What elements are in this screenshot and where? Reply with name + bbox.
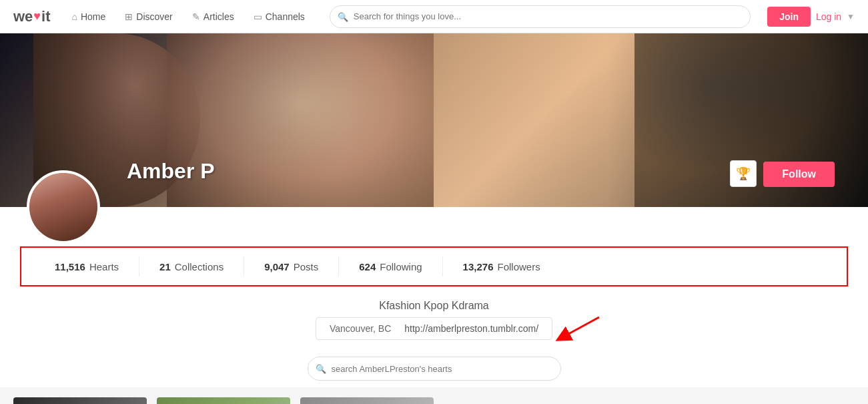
collections-label: Collections xyxy=(175,261,224,272)
nav-articles-label: Articles xyxy=(203,11,234,22)
stat-hearts[interactable]: 11,516 Hearts xyxy=(48,261,139,272)
collections-count: 21 xyxy=(159,261,171,272)
logo-text-it: it xyxy=(41,8,50,25)
nav-actions: Join Log in ▼ xyxy=(767,7,855,27)
avatar-image xyxy=(29,173,97,241)
profile-search-icon: 🔍 xyxy=(316,364,326,374)
profile-search-area: 🔍 xyxy=(0,347,868,387)
login-button[interactable]: Log in xyxy=(816,11,841,22)
profile-details: Vancouver, BC http://amberlpreston.tumbl… xyxy=(316,317,552,340)
dropdown-caret-icon[interactable]: ▼ xyxy=(847,12,855,21)
following-label: Following xyxy=(380,261,422,272)
logo[interactable]: we ♥ it xyxy=(13,8,51,25)
profile-bio: Kfashion Kpop Kdrama Vancouver, BC http:… xyxy=(0,286,868,347)
nav-items: ⌂ Home ⊞ Discover ✎ Articles ▭ Channels xyxy=(64,7,313,26)
annotation-arrow xyxy=(552,311,606,351)
search-bar: 🔍 xyxy=(330,5,751,28)
nav-home-label: Home xyxy=(81,11,105,22)
posts-label: Posts xyxy=(294,261,319,272)
profile-name: Amber P xyxy=(127,159,215,184)
profile-location: Vancouver, BC xyxy=(330,323,391,334)
stat-collections[interactable]: 21 Collections xyxy=(139,261,244,272)
nav-articles[interactable]: ✎ Articles xyxy=(184,7,242,26)
logo-text-we: we xyxy=(13,8,33,25)
content-area: ADVERTISEMENT Page 1 of 576 xyxy=(0,387,868,404)
profile-website[interactable]: http://amberlpreston.tumblr.com/ xyxy=(404,323,538,334)
logo-heart-icon: ♥ xyxy=(33,9,41,23)
content-spacer xyxy=(444,397,756,404)
nav-channels-label: Channels xyxy=(266,11,305,22)
channels-icon: ▭ xyxy=(254,11,262,22)
follow-button[interactable]: Follow xyxy=(763,162,835,187)
profile-section: ⭐ 11,516 Hearts 21 Collections 9,047 Pos… xyxy=(0,207,868,387)
svg-line-1 xyxy=(562,317,599,337)
articles-icon: ✎ xyxy=(192,11,200,22)
hearts-label: Hearts xyxy=(89,261,119,272)
trophy-button[interactable]: 🏆 xyxy=(730,160,757,187)
profile-search-inner: 🔍 xyxy=(308,357,561,381)
profile-tagline: Kfashion Kpop Kdrama xyxy=(0,300,868,312)
stat-following[interactable]: 624 Following xyxy=(339,261,442,272)
thumbnail-3[interactable] xyxy=(300,397,434,404)
navbar: we ♥ it ⌂ Home ⊞ Discover ✎ Articles ▭ C… xyxy=(0,0,868,33)
search-icon: 🔍 xyxy=(338,11,348,21)
search-input[interactable] xyxy=(330,5,751,28)
stats-bar: 11,516 Hearts 21 Collections 9,047 Posts… xyxy=(20,246,848,286)
thumbnail-2[interactable] xyxy=(157,397,290,404)
followers-label: Followers xyxy=(498,261,540,272)
discover-icon: ⊞ xyxy=(125,11,133,22)
thumbnail-1[interactable] xyxy=(13,397,147,404)
hearts-count: 11,516 xyxy=(55,261,85,272)
following-count: 624 xyxy=(359,261,376,272)
home-icon: ⌂ xyxy=(72,11,77,22)
profile-search-input[interactable] xyxy=(308,357,561,381)
avatar xyxy=(27,170,100,244)
stat-posts[interactable]: 9,047 Posts xyxy=(244,261,338,272)
stat-followers[interactable]: 13,276 Followers xyxy=(443,261,560,272)
profile-actions: 🏆 Follow xyxy=(730,160,835,187)
cover-image: Amber P 🏆 Follow xyxy=(0,33,868,207)
join-button[interactable]: Join xyxy=(767,7,811,27)
nav-discover-label: Discover xyxy=(136,11,172,22)
nav-home[interactable]: ⌂ Home xyxy=(64,7,114,26)
nav-discover[interactable]: ⊞ Discover xyxy=(117,7,180,26)
followers-count: 13,276 xyxy=(463,261,494,272)
posts-count: 9,047 xyxy=(264,261,290,272)
nav-channels[interactable]: ▭ Channels xyxy=(246,7,313,26)
